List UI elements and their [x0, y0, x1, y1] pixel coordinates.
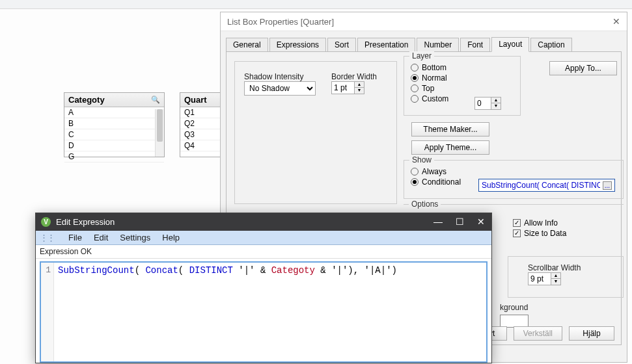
- expr-menubar: ⋮⋮ File Edit Settings Help: [36, 231, 491, 245]
- listbox-header[interactable]: Categoty 🔍: [64, 93, 164, 107]
- listbox-categoty[interactable]: Categoty 🔍 A B C D G: [64, 92, 165, 157]
- button-apply-theme[interactable]: Apply Theme...: [411, 140, 489, 155]
- button-edit-expression[interactable]: ...: [603, 181, 612, 190]
- radio-always[interactable]: Always: [411, 167, 461, 176]
- spin-buttons[interactable]: ▲▼: [491, 97, 501, 110]
- spin-buttons[interactable]: ▲▼: [551, 272, 561, 285]
- list-item[interactable]: A: [64, 107, 164, 118]
- maximize-icon[interactable]: ☐: [456, 216, 464, 227]
- tab-caption[interactable]: Caption: [530, 38, 571, 52]
- checkbox-allow-info[interactable]: Allow Info: [513, 218, 566, 228]
- window-controls: ― ☐ ✕: [433, 216, 485, 227]
- group-border: Shadow Intensity No Shadow Border Width …: [234, 61, 397, 204]
- list-item[interactable]: B: [64, 118, 164, 129]
- radio-custom[interactable]: Custom: [411, 94, 448, 103]
- select-shadow-intensity[interactable]: No Shadow: [244, 81, 316, 96]
- listbox-rows[interactable]: A B C D G: [64, 107, 164, 162]
- browser-chrome-strip: [0, 0, 632, 9]
- tab-presentation[interactable]: Presentation: [357, 38, 415, 52]
- spinner-scrollbar-width[interactable]: ▲▼: [528, 272, 581, 285]
- expr-title-text: Edit Expression: [56, 217, 115, 227]
- app-workspace: Categoty 🔍 A B C D G Quart Q1 Q2 Q3 Q4 L…: [0, 9, 632, 364]
- group-scrollbars: Scrollbar Width ▲▼: [508, 256, 624, 298]
- expr-status: Expression OK: [36, 245, 491, 259]
- expr-titlebar[interactable]: V Edit Expression ― ☐ ✕: [36, 213, 491, 231]
- minimize-icon[interactable]: ―: [433, 216, 443, 227]
- dialog-edit-expression: V Edit Expression ― ☐ ✕ ⋮⋮ File Edit Set…: [35, 213, 492, 363]
- code-line[interactable]: SubStringCount( Concat( DISTINCT '|' & C…: [58, 265, 397, 276]
- color-picker-background[interactable]: [500, 315, 529, 328]
- tab-number[interactable]: Number: [417, 38, 459, 52]
- input-scrollbar-width[interactable]: [528, 272, 551, 285]
- button-theme-maker[interactable]: Theme Maker...: [411, 122, 489, 136]
- tab-strip: General Expressions Sort Presentation Nu…: [221, 31, 627, 51]
- tab-general[interactable]: General: [226, 38, 268, 52]
- app-icon: V: [41, 217, 51, 227]
- group-title: Show: [409, 155, 434, 164]
- group-title: Options: [409, 200, 441, 209]
- dialog-footer: ryt Verkställ Hjälp: [474, 326, 614, 341]
- button-apply-to[interactable]: Apply To...: [549, 61, 617, 75]
- condition-text: SubStringCount( Concat( DISTINC: [482, 181, 600, 190]
- menu-settings[interactable]: Settings: [120, 233, 150, 242]
- dialog-title: List Box Properties [Quarter]: [227, 17, 334, 27]
- menu-edit[interactable]: Edit: [94, 233, 108, 242]
- spinner-border-width[interactable]: ▲▼: [331, 81, 377, 94]
- listbox-title: Quart: [184, 95, 207, 105]
- group-layer: Layer Bottom Normal Top Custom ▲▼: [404, 56, 521, 116]
- listbox-title: Categoty: [68, 95, 105, 105]
- close-icon[interactable]: ✕: [477, 216, 485, 227]
- label-shadow-intensity: Shadow Intensity: [244, 72, 316, 81]
- label-background: kground: [500, 303, 528, 312]
- tab-expressions[interactable]: Expressions: [269, 38, 326, 52]
- menu-file[interactable]: File: [68, 233, 82, 242]
- radio-conditional[interactable]: Conditional: [411, 177, 461, 187]
- tab-font[interactable]: Font: [460, 38, 490, 52]
- scrollbar[interactable]: [155, 109, 164, 157]
- close-icon[interactable]: ✕: [612, 16, 620, 27]
- list-item[interactable]: G: [64, 151, 164, 162]
- button-apply[interactable]: Verkställ: [514, 326, 562, 341]
- spin-buttons[interactable]: ▲▼: [355, 81, 364, 94]
- line-gutter: 1: [41, 263, 54, 361]
- group-show: Show Always Conditional SubStringCount( …: [404, 160, 624, 199]
- label-scrollbar-width: Scrollbar Width: [528, 263, 581, 272]
- menu-help[interactable]: Help: [162, 233, 180, 242]
- input-custom-layer[interactable]: [474, 97, 491, 110]
- dialog-titlebar[interactable]: List Box Properties [Quarter] ✕: [221, 12, 627, 31]
- list-item[interactable]: D: [64, 140, 164, 151]
- group-title: Layer: [409, 51, 434, 60]
- menu-grip[interactable]: ⋮⋮: [40, 233, 54, 242]
- radio-normal[interactable]: Normal: [411, 73, 448, 83]
- expr-editor[interactable]: 1 SubStringCount( Concat( DISTINCT '|' &…: [40, 261, 488, 363]
- radio-bottom[interactable]: Bottom: [411, 63, 448, 72]
- input-border-width[interactable]: [331, 81, 355, 94]
- radio-top[interactable]: Top: [411, 84, 448, 93]
- search-icon[interactable]: 🔍: [151, 96, 160, 104]
- label-border-width: Border Width: [331, 72, 377, 81]
- input-show-condition[interactable]: SubStringCount( Concat( DISTINC ...: [478, 179, 615, 192]
- button-help[interactable]: Hjälp: [569, 326, 614, 341]
- list-item[interactable]: C: [64, 129, 164, 140]
- spinner-custom-layer[interactable]: ▲▼: [474, 97, 501, 110]
- checkbox-size-to-data[interactable]: Size to Data: [513, 229, 566, 238]
- tab-layout[interactable]: Layout: [491, 37, 529, 52]
- tab-sort[interactable]: Sort: [327, 38, 356, 52]
- scroll-thumb[interactable]: [157, 109, 163, 142]
